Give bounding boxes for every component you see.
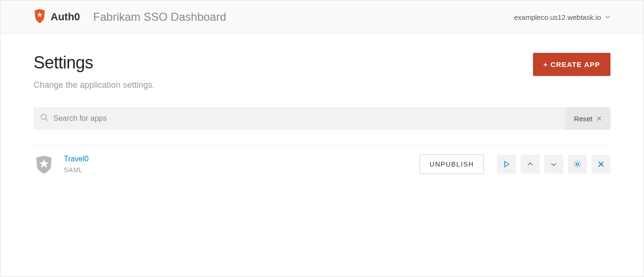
settings-button[interactable] [568, 155, 587, 174]
header-left: Auth0 Fabrikam SSO Dashboard [34, 9, 226, 25]
svg-line-1 [46, 119, 48, 121]
play-button[interactable] [497, 155, 516, 174]
app-name-link[interactable]: Travel0 [64, 155, 420, 163]
title-row: Settings Change the application settings… [34, 53, 610, 90]
reset-label: Reset [574, 115, 592, 123]
unpublish-button[interactable]: UNPUBLISH [420, 154, 484, 174]
search-row: Reset [34, 107, 610, 130]
logo[interactable]: Auth0 [34, 9, 80, 25]
app-info: Travel0 SAML [64, 155, 420, 174]
delete-button[interactable] [592, 155, 610, 174]
play-icon [503, 160, 510, 168]
search-input[interactable] [53, 114, 559, 123]
search-box [34, 107, 566, 130]
domain-selector[interactable]: exampleco.us12.webtask.io [514, 13, 610, 21]
page-title: Settings [34, 53, 155, 73]
gear-icon [573, 160, 582, 168]
chevron-down-icon [605, 13, 610, 21]
chevron-down-icon [550, 160, 558, 168]
logo-text: Auth0 [51, 11, 80, 23]
app-actions: UNPUBLISH [420, 154, 610, 174]
domain-text: exampleco.us12.webtask.io [514, 13, 601, 21]
move-up-button[interactable] [521, 155, 540, 174]
auth0-shield-icon [34, 9, 46, 25]
close-icon [597, 160, 605, 168]
search-icon [40, 113, 49, 124]
header: Auth0 Fabrikam SSO Dashboard exampleco.u… [0, 0, 644, 34]
svg-point-0 [41, 114, 46, 119]
close-icon [596, 115, 602, 123]
app-type: SAML [64, 166, 420, 174]
create-app-button[interactable]: + CREATE APP [533, 53, 610, 76]
chevron-up-icon [526, 160, 534, 168]
main-content: Settings Change the application settings… [0, 34, 644, 202]
svg-point-4 [576, 163, 579, 166]
page-subtitle: Change the application settings. [34, 80, 155, 90]
app-row: Travel0 SAML UNPUBLISH [34, 145, 610, 183]
app-title: Fabrikam SSO Dashboard [93, 10, 226, 24]
title-block: Settings Change the application settings… [34, 53, 155, 90]
app-shield-icon [34, 154, 54, 175]
move-down-button[interactable] [544, 155, 563, 174]
reset-button[interactable]: Reset [566, 107, 610, 130]
